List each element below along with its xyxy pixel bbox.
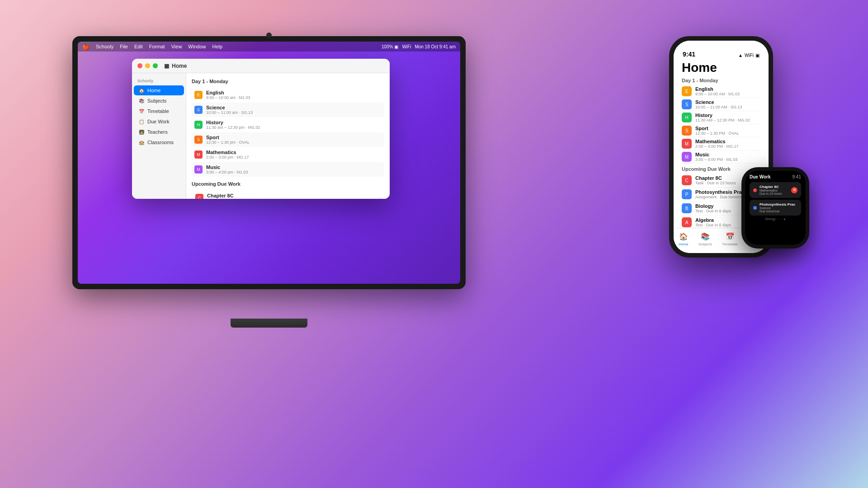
screen-wallpaper: 🍎 Schooly File Edit Format View Window H… <box>78 42 460 284</box>
watch-header: Due Work 9:41 <box>750 174 801 179</box>
music-info: Music 3:00 – 4:00 pm · M1.03 <box>206 164 382 174</box>
iphone-history[interactable]: H History 11:30 AM – 12:30 PM · MG.02 <box>682 111 760 124</box>
math-icon: M <box>194 150 203 159</box>
menubar-left: 🍎 Schooly File Edit Format View Window H… <box>82 43 222 50</box>
schedule-music[interactable]: M Music 3:00 – 4:00 pm · M1.03 <box>192 162 384 177</box>
day-title: Day 1 - Monday <box>192 79 384 84</box>
tab-subjects-label: Subjects <box>698 242 712 246</box>
due-chapter8c[interactable]: C Chapter 8C Task · Due in 23 hours › <box>192 190 384 199</box>
wifi-icon: WiFi <box>402 44 411 49</box>
sidebar-item-subjects[interactable]: 📚 Subjects <box>134 96 184 106</box>
iphone-english[interactable]: E English 9:00 – 10:00 AM · M1.03 <box>682 85 760 98</box>
watch-photo-info: Photosynthesis Prac Science Due tomorrow <box>760 202 795 213</box>
english-icon: E <box>194 91 203 99</box>
chapter-info: Chapter 8C Task · Due in 23 hours <box>207 193 376 199</box>
sidebar-classrooms-label: Classrooms <box>147 140 174 145</box>
status-icons: ▲ WiFi ▣ <box>738 53 760 58</box>
iphone-science[interactable]: S Science 10:00 – 11:00 AM · SG.13 <box>682 98 760 111</box>
iphone-statusbar: 9:41 ▲ WiFi ▣ <box>674 41 769 61</box>
watch-badge-red: ✕ <box>791 187 797 193</box>
signal-icon: ▲ <box>738 53 743 58</box>
menu-window[interactable]: Window <box>188 44 206 49</box>
tab-subjects[interactable]: 📚 Subjects <box>698 231 712 246</box>
science-info: Science 10:00 – 11:00 am · SG.13 <box>206 105 382 115</box>
watch-chapter-info: Chapter 8C Mathematics Due in 23 hours <box>760 185 782 195</box>
math-info: Mathematics 2:00 – 3:00 pm · MG.17 <box>206 150 382 160</box>
home-icon: 🏠 <box>138 87 145 94</box>
watch-title: Due Work <box>750 174 771 179</box>
schedule-mathematics[interactable]: M Mathematics 2:00 – 3:00 pm · MG.17 <box>192 147 384 162</box>
macbook-screen: 🍎 Schooly File Edit Format View Window H… <box>72 36 466 289</box>
sidebar-item-classrooms[interactable]: 🏫 Classrooms <box>134 137 184 147</box>
iphone-bio-icon: B <box>682 203 692 213</box>
sidebar-home-label: Home <box>147 88 160 93</box>
menu-view[interactable]: View <box>171 44 182 49</box>
sidebar-icon: ▦ <box>164 63 169 69</box>
watch-screen: Due Work 9:41 Chapter 8C Mathematics Due… <box>745 171 806 245</box>
science-icon: S <box>194 106 203 114</box>
sidebar-item-home[interactable]: 🏠 Home <box>134 85 184 95</box>
macbook: 🍎 Schooly File Edit Format View Window H… <box>72 36 502 325</box>
sport-info: Sport 12:30 – 1:30 pm · OVAL <box>206 135 382 145</box>
music-icon: M <box>194 165 203 174</box>
iphone-history-icon: H <box>682 113 692 122</box>
schedule-science[interactable]: S Science 10:00 – 11:00 am · SG.13 <box>192 103 384 117</box>
schedule-english[interactable]: E English 9:00 – 10:00 am · M1.03 <box>192 88 384 102</box>
chapter-icon: C <box>195 194 203 199</box>
schedule-sport[interactable]: S Sport 12:30 – 1:30 pm · OVAL <box>192 132 384 147</box>
tab-home-icon: 🏠 <box>679 231 689 241</box>
iphone-math-icon: M <box>682 139 692 149</box>
iphone-english-info: English 9:00 – 10:00 AM · M1.03 <box>695 86 760 96</box>
maximize-button[interactable] <box>153 63 158 68</box>
close-button[interactable] <box>137 63 142 68</box>
classrooms-icon: 🏫 <box>138 139 145 145</box>
iphone-science-info: Science 10:00 – 11:00 AM · SG.13 <box>695 99 760 109</box>
iphone-math[interactable]: M Mathematics 2:00 – 3:00 PM · MG.17 <box>682 137 760 150</box>
window-body: Schooly 🏠 Home 📚 Subjects 📅 Timetab <box>132 73 390 199</box>
tab-home[interactable]: 🏠 Home <box>679 231 689 246</box>
minimize-button[interactable] <box>145 63 150 68</box>
menubar: 🍎 Schooly File Edit Format View Window H… <box>78 42 460 52</box>
sidebar-item-timetable[interactable]: 📅 Timetable <box>134 106 184 116</box>
battery-status: 100% ▣ <box>382 44 398 49</box>
watch-time: 9:41 <box>793 174 801 179</box>
iphone-sport-info: Sport 12:30 – 1:30 PM · OVAL <box>695 126 760 136</box>
sidebar: Schooly 🏠 Home 📚 Subjects 📅 Timetab <box>132 73 186 199</box>
sidebar-item-teachers[interactable]: 👩‍🏫 Teachers <box>134 127 184 137</box>
tab-home-label: Home <box>679 242 688 246</box>
tab-timetable-label: Timetable <box>722 242 738 246</box>
app-name: Schooly <box>96 44 113 49</box>
apple-watch: Due Work 9:41 Chapter 8C Mathematics Due… <box>741 167 809 249</box>
watch-photosynthesis[interactable]: Photosynthesis Prac Science Due tomorrow <box>750 200 801 216</box>
menu-format[interactable]: Format <box>149 44 165 49</box>
watch-dot-red <box>753 188 757 192</box>
menu-help[interactable]: Help <box>212 44 222 49</box>
history-info: History 11:30 am – 12:30 pm · MG.02 <box>206 120 382 130</box>
iphone-music[interactable]: M Music 3:00 – 4:00 PM · M1.03 <box>682 150 760 164</box>
macbook-stand <box>231 319 307 328</box>
iphone-sport[interactable]: S Sport 12:30 – 1:30 PM · OVAL <box>682 124 760 137</box>
app-window: ▦ Home Schooly 🏠 Home <box>132 59 390 199</box>
iphone-math-info: Mathematics 2:00 – 3:00 PM · MG.17 <box>695 139 760 149</box>
sport-icon: S <box>194 136 203 144</box>
menu-file[interactable]: File <box>120 44 128 49</box>
tab-subjects-icon: 📚 <box>700 231 710 241</box>
english-info: English 9:00 – 10:00 am · M1.03 <box>206 90 382 100</box>
iphone-history-info: History 11:30 AM – 12:30 PM · MG.02 <box>695 113 760 122</box>
subjects-icon: 📚 <box>138 98 145 104</box>
sidebar-timetable-label: Timetable <box>147 108 169 114</box>
tab-timetable[interactable]: 📅 Timetable <box>722 231 738 246</box>
iphone-chapter-icon: C <box>682 175 692 185</box>
duework-icon: 📋 <box>138 118 145 125</box>
menubar-right: 100% ▣ WiFi Mon 18 Oct 9:41 am <box>382 44 456 49</box>
due-work-title: Upcoming Due Work <box>192 181 384 187</box>
schedule-history[interactable]: H History 11:30 am – 12:30 pm · MG.02 <box>192 117 384 132</box>
sidebar-item-duework[interactable]: 📋 Due Work <box>134 117 184 127</box>
timetable-icon: 📅 <box>138 108 145 114</box>
menu-edit[interactable]: Edit <box>134 44 143 49</box>
iphone-time: 9:41 <box>683 51 695 58</box>
chevron-right-icon: › <box>379 196 381 199</box>
watch-chapter8c[interactable]: Chapter 8C Mathematics Due in 23 hours ✕ <box>750 182 801 198</box>
iphone-music-info: Music 3:00 – 4:00 PM · M1.03 <box>695 152 760 162</box>
iphone-algebra-icon: A <box>682 217 692 227</box>
